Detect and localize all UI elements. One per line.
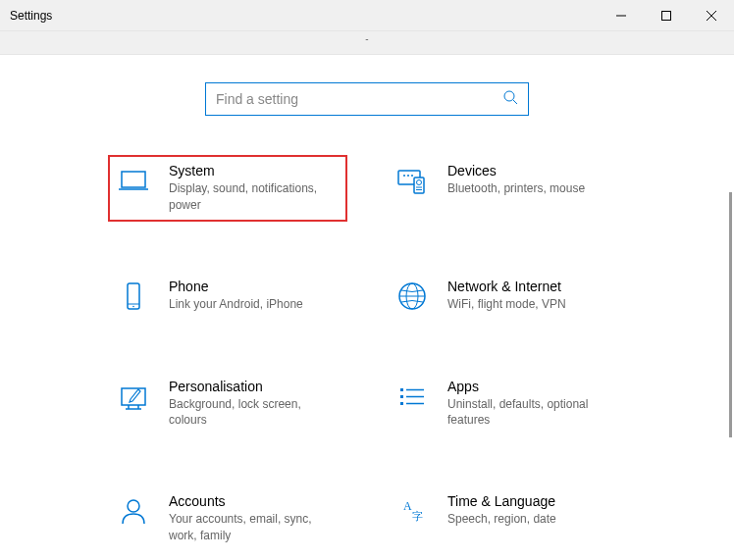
search-row xyxy=(0,55,734,155)
search-input[interactable] xyxy=(216,91,502,107)
svg-rect-30 xyxy=(400,402,403,405)
svg-rect-28 xyxy=(400,395,403,398)
svg-rect-6 xyxy=(122,172,145,187)
settings-grid: System Display, sound, notifications, po… xyxy=(0,155,734,560)
category-time-language[interactable]: A字 Time & Language Speech, region, date xyxy=(387,485,626,552)
category-title: Time & Language xyxy=(447,493,618,509)
category-desc: Your accounts, email, sync, work, family xyxy=(169,511,340,544)
category-title: Network & Internet xyxy=(447,279,618,294)
category-system[interactable]: System Display, sound, notifications, po… xyxy=(108,155,347,222)
category-desc: Uninstall, defaults, optional features xyxy=(447,396,618,430)
close-icon xyxy=(707,11,716,21)
minimize-button[interactable] xyxy=(599,0,644,31)
svg-point-11 xyxy=(411,175,413,177)
svg-rect-22 xyxy=(122,388,145,405)
search-icon xyxy=(502,89,518,109)
category-apps[interactable]: Apps Uninstall, defaults, optional featu… xyxy=(387,371,626,437)
svg-rect-26 xyxy=(400,388,403,391)
svg-point-18 xyxy=(132,305,134,307)
svg-rect-1 xyxy=(662,12,671,21)
search-box[interactable] xyxy=(205,82,529,116)
scrollbar-thumb[interactable] xyxy=(729,192,732,437)
maximize-icon xyxy=(661,11,671,21)
maximize-button[interactable] xyxy=(644,0,689,31)
category-title: Phone xyxy=(169,279,340,294)
tile-text: Phone Link your Android, iPhone xyxy=(169,279,340,313)
titlebar-controls xyxy=(599,0,734,30)
globe-icon xyxy=(394,279,430,314)
tile-text: Apps Uninstall, defaults, optional featu… xyxy=(447,379,618,430)
category-network[interactable]: Network & Internet WiFi, flight mode, VP… xyxy=(387,271,626,322)
svg-point-4 xyxy=(504,91,514,101)
tile-text: Personalisation Background, lock screen,… xyxy=(169,379,340,430)
laptop-icon xyxy=(116,163,151,198)
category-title: Devices xyxy=(447,163,618,178)
category-desc: Background, lock screen, colours xyxy=(169,396,340,430)
minimize-icon xyxy=(616,11,626,21)
svg-text:字: 字 xyxy=(412,510,423,522)
category-title: Personalisation xyxy=(169,379,340,394)
category-title: Accounts xyxy=(169,493,340,509)
category-desc: Display, sound, notifications, power xyxy=(169,180,340,214)
svg-text:A: A xyxy=(403,499,412,513)
category-desc: Bluetooth, printers, mouse xyxy=(447,180,618,197)
window-title: Settings xyxy=(10,9,52,23)
category-desc: Speech, region, date xyxy=(447,511,618,528)
category-devices[interactable]: Devices Bluetooth, printers, mouse xyxy=(387,155,626,222)
account-icon xyxy=(116,493,151,529)
phone-icon xyxy=(116,279,151,314)
tile-text: Time & Language Speech, region, date xyxy=(447,493,618,528)
subheader: - xyxy=(0,31,734,55)
category-title: Apps xyxy=(447,379,618,394)
content-area: System Display, sound, notifications, po… xyxy=(0,55,734,560)
svg-line-5 xyxy=(513,100,517,104)
category-phone[interactable]: Phone Link your Android, iPhone xyxy=(108,271,347,322)
category-desc: Link your Android, iPhone xyxy=(169,296,340,313)
personalization-icon xyxy=(116,379,151,414)
apps-icon xyxy=(394,379,430,414)
svg-rect-16 xyxy=(128,283,139,309)
svg-point-10 xyxy=(407,175,409,177)
devices-icon xyxy=(394,163,430,198)
tile-text: Accounts Your accounts, email, sync, wor… xyxy=(169,493,340,544)
time-language-icon: A字 xyxy=(394,493,430,529)
svg-point-9 xyxy=(403,175,405,177)
tile-text: System Display, sound, notifications, po… xyxy=(169,163,340,214)
tile-text: Network & Internet WiFi, flight mode, VP… xyxy=(447,279,618,313)
category-title: System xyxy=(169,163,340,178)
tile-text: Devices Bluetooth, printers, mouse xyxy=(447,163,618,197)
titlebar: Settings xyxy=(0,0,734,31)
close-button[interactable] xyxy=(689,0,734,31)
category-desc: WiFi, flight mode, VPN xyxy=(447,296,618,313)
svg-point-32 xyxy=(128,500,139,512)
category-accounts[interactable]: Accounts Your accounts, email, sync, wor… xyxy=(108,485,347,552)
category-personalisation[interactable]: Personalisation Background, lock screen,… xyxy=(108,371,347,437)
